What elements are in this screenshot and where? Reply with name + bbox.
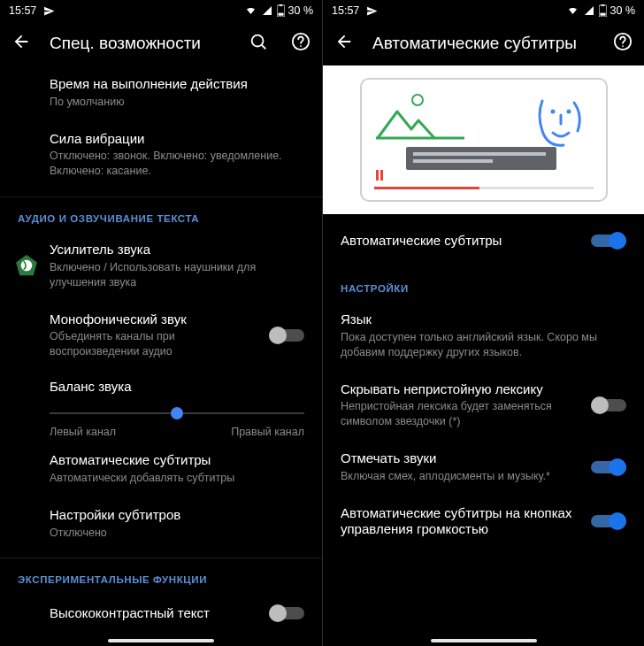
row-audio-balance: Баланс звука Левый канал Правый канал [0,370,322,442]
sublabel: Отключено: звонок. Включено: уведомление… [50,149,304,179]
battery-icon [599,4,607,17]
sublabel: Непристойная лексика будет заменяться си… [341,399,580,429]
row-profanity[interactable]: Скрывать непристойную лексику Непристойн… [323,371,644,441]
svg-rect-2 [278,13,283,16]
section-settings-header: НАСТРОЙКИ [323,267,644,301]
section-experimental-header: ЭКСПЕРИМЕНТАЛЬНЫЕ ФУНКЦИИ [0,558,322,592]
label: Автоматические субтитры [50,452,304,469]
svg-point-6 [300,45,302,47]
appbar-right: Автоматические субтитры [323,21,644,65]
label: Монофонический звук [50,311,258,328]
help-button[interactable] [609,29,637,58]
svg-point-15 [550,110,555,114]
status-time: 15:57 [332,4,359,17]
label: Автоматические субтитры [341,233,580,250]
switch-mono[interactable] [269,325,304,346]
page-title-left: Спец. возможности [50,34,230,53]
label: Язык [341,311,626,328]
row-high-contrast[interactable]: Высококонтрастный текст [0,592,322,634]
sublabel: Включая смех, аплодисменты и музыку.* [341,469,580,484]
label: Усилитель звука [50,242,304,258]
row-vibration[interactable]: Сила вибрации Отключено: звонок. Включен… [0,120,322,190]
pause-icon [376,170,383,181]
switch-master[interactable] [591,230,626,251]
slider-thumb[interactable] [171,407,183,419]
svg-rect-10 [601,4,604,6]
label: Автоматические субтитры на кнопках управ… [341,505,580,539]
status-battery-text: 30 % [610,4,636,17]
sublabel: Объединять каналы при воспроизведении ау… [50,329,258,359]
sublabel: Пока доступен только английский язык. Ск… [341,330,626,360]
status-time: 15:57 [9,4,36,17]
svg-point-3 [252,35,264,47]
row-caption-settings[interactable]: Настройки субтитров Отключено [0,496,322,551]
search-button[interactable] [244,29,272,58]
row-auto-captions[interactable]: Автоматические субтитры Автоматически до… [0,442,322,496]
svg-rect-11 [600,13,605,16]
sublabel: По умолчанию [50,95,304,110]
sublabel: Отключено [50,526,304,541]
row-action-timeout[interactable]: Время на выполнение действия По умолчани… [0,65,322,120]
page-title-right: Автоматические субтитры [372,34,594,53]
row-label-sounds[interactable]: Отмечать звуки Включая смех, аплодисмент… [323,440,644,495]
slider-left-label: Левый канал [50,426,116,438]
svg-rect-1 [279,4,282,6]
sublabel: Включено / Использовать наушники для улу… [50,260,304,290]
help-button[interactable] [287,29,315,58]
hero-illustration [323,65,644,214]
label: Отмечать звуки [341,450,580,467]
switch-label-sounds[interactable] [591,457,626,478]
back-button[interactable] [7,29,35,58]
status-bar: 15:57 30 % [323,0,644,21]
send-icon [43,5,55,17]
back-button[interactable] [330,29,358,58]
label: Настройки субтитров [50,507,304,524]
back-icon [12,32,31,55]
svg-point-8 [21,260,33,272]
slider-right-label: Правый канал [231,426,304,438]
help-icon [291,32,310,55]
signal-icon [261,5,273,16]
phone-left: 15:57 30 % Спец. возможности [0,0,322,646]
label: Баланс звука [50,379,304,394]
row-language[interactable]: Язык Пока доступен только английский язы… [323,301,644,371]
label: Сила вибрации [50,131,304,148]
status-bar: 15:57 30 % [0,0,322,21]
search-icon [249,32,268,55]
svg-point-13 [622,45,624,47]
phone-right: 15:57 30 % Автоматические субтитры [322,0,644,646]
progress-bar-graphic [374,187,594,189]
switch-volume-button[interactable] [591,511,626,532]
battery-icon [277,4,285,17]
signal-icon [583,5,595,16]
row-mono-audio[interactable]: Монофонический звук Объединять каналы пр… [0,301,322,371]
appbar-left: Спец. возможности [0,21,322,65]
caption-bar-graphic [406,147,556,170]
section-audio-header: АУДИО И ОЗВУЧИВАНИЕ ТЕКСТА [0,197,322,231]
back-icon [334,32,354,55]
wifi-icon [244,5,257,16]
row-volume-button[interactable]: Автоматические субтитры на кнопках управ… [323,495,644,550]
send-icon [366,5,378,17]
row-master-toggle[interactable]: Автоматические субтитры [323,214,644,267]
slider-audio-balance[interactable] [50,403,304,424]
switch-high-contrast[interactable] [269,603,304,624]
label: Время на выполнение действия [50,76,304,93]
switch-profanity[interactable] [591,395,626,416]
face-icon [533,96,586,154]
wifi-icon [566,5,579,16]
label: Скрывать непристойную лексику [341,381,580,398]
nav-indicator [431,639,537,642]
svg-line-4 [262,45,266,50]
sublabel: Автоматически добавлять субтитры [50,471,304,486]
row-sound-amplifier[interactable]: Усилитель звука Включено / Использовать … [0,231,322,301]
accessibility-sound-amplifier-icon [14,253,39,278]
help-icon [613,32,632,55]
label: Высококонтрастный текст [50,605,258,622]
svg-point-16 [566,110,571,114]
status-battery-text: 30 % [288,4,314,17]
nav-indicator [108,639,214,642]
mountains-icon [376,99,464,143]
